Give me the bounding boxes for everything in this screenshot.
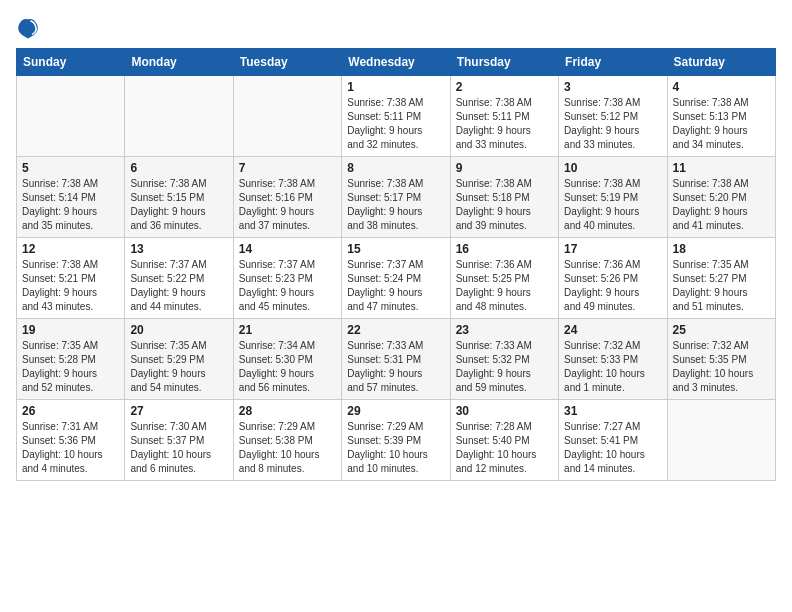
logo-icon [16, 16, 40, 40]
day-info: Sunrise: 7:35 AMSunset: 5:27 PMDaylight:… [673, 258, 770, 314]
day-info: Sunrise: 7:38 AMSunset: 5:21 PMDaylight:… [22, 258, 119, 314]
calendar-cell: 31Sunrise: 7:27 AMSunset: 5:41 PMDayligh… [559, 400, 667, 481]
weekday-header-friday: Friday [559, 49, 667, 76]
day-info: Sunrise: 7:37 AMSunset: 5:24 PMDaylight:… [347, 258, 444, 314]
calendar-cell: 3Sunrise: 7:38 AMSunset: 5:12 PMDaylight… [559, 76, 667, 157]
calendar-cell [233, 76, 341, 157]
page-header [16, 16, 776, 40]
day-number: 10 [564, 161, 661, 175]
day-info: Sunrise: 7:37 AMSunset: 5:22 PMDaylight:… [130, 258, 227, 314]
day-info: Sunrise: 7:38 AMSunset: 5:14 PMDaylight:… [22, 177, 119, 233]
day-number: 19 [22, 323, 119, 337]
calendar-cell: 8Sunrise: 7:38 AMSunset: 5:17 PMDaylight… [342, 157, 450, 238]
calendar-cell: 15Sunrise: 7:37 AMSunset: 5:24 PMDayligh… [342, 238, 450, 319]
day-number: 28 [239, 404, 336, 418]
calendar-table: SundayMondayTuesdayWednesdayThursdayFrid… [16, 48, 776, 481]
calendar-cell: 10Sunrise: 7:38 AMSunset: 5:19 PMDayligh… [559, 157, 667, 238]
day-number: 13 [130, 242, 227, 256]
weekday-header-thursday: Thursday [450, 49, 558, 76]
weekday-header-saturday: Saturday [667, 49, 775, 76]
day-number: 11 [673, 161, 770, 175]
day-number: 16 [456, 242, 553, 256]
day-info: Sunrise: 7:36 AMSunset: 5:26 PMDaylight:… [564, 258, 661, 314]
calendar-cell: 17Sunrise: 7:36 AMSunset: 5:26 PMDayligh… [559, 238, 667, 319]
day-number: 20 [130, 323, 227, 337]
day-info: Sunrise: 7:27 AMSunset: 5:41 PMDaylight:… [564, 420, 661, 476]
day-info: Sunrise: 7:30 AMSunset: 5:37 PMDaylight:… [130, 420, 227, 476]
day-info: Sunrise: 7:33 AMSunset: 5:32 PMDaylight:… [456, 339, 553, 395]
calendar-cell: 19Sunrise: 7:35 AMSunset: 5:28 PMDayligh… [17, 319, 125, 400]
calendar-cell: 28Sunrise: 7:29 AMSunset: 5:38 PMDayligh… [233, 400, 341, 481]
day-info: Sunrise: 7:35 AMSunset: 5:29 PMDaylight:… [130, 339, 227, 395]
day-info: Sunrise: 7:34 AMSunset: 5:30 PMDaylight:… [239, 339, 336, 395]
day-info: Sunrise: 7:28 AMSunset: 5:40 PMDaylight:… [456, 420, 553, 476]
day-info: Sunrise: 7:38 AMSunset: 5:11 PMDaylight:… [347, 96, 444, 152]
day-number: 24 [564, 323, 661, 337]
day-info: Sunrise: 7:37 AMSunset: 5:23 PMDaylight:… [239, 258, 336, 314]
day-info: Sunrise: 7:32 AMSunset: 5:33 PMDaylight:… [564, 339, 661, 395]
calendar-cell: 26Sunrise: 7:31 AMSunset: 5:36 PMDayligh… [17, 400, 125, 481]
day-info: Sunrise: 7:36 AMSunset: 5:25 PMDaylight:… [456, 258, 553, 314]
day-number: 21 [239, 323, 336, 337]
day-number: 14 [239, 242, 336, 256]
calendar-cell: 6Sunrise: 7:38 AMSunset: 5:15 PMDaylight… [125, 157, 233, 238]
calendar-cell: 22Sunrise: 7:33 AMSunset: 5:31 PMDayligh… [342, 319, 450, 400]
calendar-cell: 18Sunrise: 7:35 AMSunset: 5:27 PMDayligh… [667, 238, 775, 319]
day-number: 9 [456, 161, 553, 175]
calendar-week-row: 1Sunrise: 7:38 AMSunset: 5:11 PMDaylight… [17, 76, 776, 157]
day-number: 1 [347, 80, 444, 94]
day-number: 25 [673, 323, 770, 337]
day-number: 3 [564, 80, 661, 94]
day-number: 27 [130, 404, 227, 418]
calendar-week-row: 12Sunrise: 7:38 AMSunset: 5:21 PMDayligh… [17, 238, 776, 319]
day-number: 5 [22, 161, 119, 175]
day-info: Sunrise: 7:38 AMSunset: 5:18 PMDaylight:… [456, 177, 553, 233]
day-number: 17 [564, 242, 661, 256]
day-number: 22 [347, 323, 444, 337]
weekday-header-monday: Monday [125, 49, 233, 76]
calendar-cell: 7Sunrise: 7:38 AMSunset: 5:16 PMDaylight… [233, 157, 341, 238]
day-info: Sunrise: 7:38 AMSunset: 5:17 PMDaylight:… [347, 177, 444, 233]
calendar-cell: 4Sunrise: 7:38 AMSunset: 5:13 PMDaylight… [667, 76, 775, 157]
calendar-cell: 29Sunrise: 7:29 AMSunset: 5:39 PMDayligh… [342, 400, 450, 481]
calendar-week-row: 5Sunrise: 7:38 AMSunset: 5:14 PMDaylight… [17, 157, 776, 238]
weekday-header-wednesday: Wednesday [342, 49, 450, 76]
calendar-cell [125, 76, 233, 157]
day-info: Sunrise: 7:35 AMSunset: 5:28 PMDaylight:… [22, 339, 119, 395]
calendar-cell [667, 400, 775, 481]
day-info: Sunrise: 7:29 AMSunset: 5:38 PMDaylight:… [239, 420, 336, 476]
day-info: Sunrise: 7:29 AMSunset: 5:39 PMDaylight:… [347, 420, 444, 476]
day-info: Sunrise: 7:38 AMSunset: 5:15 PMDaylight:… [130, 177, 227, 233]
calendar-cell [17, 76, 125, 157]
logo [16, 16, 44, 40]
day-number: 31 [564, 404, 661, 418]
calendar-cell: 1Sunrise: 7:38 AMSunset: 5:11 PMDaylight… [342, 76, 450, 157]
calendar-cell: 20Sunrise: 7:35 AMSunset: 5:29 PMDayligh… [125, 319, 233, 400]
day-info: Sunrise: 7:38 AMSunset: 5:20 PMDaylight:… [673, 177, 770, 233]
calendar-cell: 23Sunrise: 7:33 AMSunset: 5:32 PMDayligh… [450, 319, 558, 400]
calendar-week-row: 19Sunrise: 7:35 AMSunset: 5:28 PMDayligh… [17, 319, 776, 400]
day-number: 15 [347, 242, 444, 256]
day-info: Sunrise: 7:38 AMSunset: 5:11 PMDaylight:… [456, 96, 553, 152]
calendar-cell: 21Sunrise: 7:34 AMSunset: 5:30 PMDayligh… [233, 319, 341, 400]
calendar-cell: 25Sunrise: 7:32 AMSunset: 5:35 PMDayligh… [667, 319, 775, 400]
day-number: 7 [239, 161, 336, 175]
weekday-header-tuesday: Tuesday [233, 49, 341, 76]
calendar-cell: 14Sunrise: 7:37 AMSunset: 5:23 PMDayligh… [233, 238, 341, 319]
day-info: Sunrise: 7:31 AMSunset: 5:36 PMDaylight:… [22, 420, 119, 476]
calendar-cell: 2Sunrise: 7:38 AMSunset: 5:11 PMDaylight… [450, 76, 558, 157]
calendar-cell: 5Sunrise: 7:38 AMSunset: 5:14 PMDaylight… [17, 157, 125, 238]
calendar-cell: 13Sunrise: 7:37 AMSunset: 5:22 PMDayligh… [125, 238, 233, 319]
calendar-cell: 16Sunrise: 7:36 AMSunset: 5:25 PMDayligh… [450, 238, 558, 319]
calendar-cell: 30Sunrise: 7:28 AMSunset: 5:40 PMDayligh… [450, 400, 558, 481]
calendar-cell: 9Sunrise: 7:38 AMSunset: 5:18 PMDaylight… [450, 157, 558, 238]
calendar-cell: 11Sunrise: 7:38 AMSunset: 5:20 PMDayligh… [667, 157, 775, 238]
weekday-header-row: SundayMondayTuesdayWednesdayThursdayFrid… [17, 49, 776, 76]
day-info: Sunrise: 7:38 AMSunset: 5:12 PMDaylight:… [564, 96, 661, 152]
day-number: 6 [130, 161, 227, 175]
day-number: 12 [22, 242, 119, 256]
calendar-week-row: 26Sunrise: 7:31 AMSunset: 5:36 PMDayligh… [17, 400, 776, 481]
day-info: Sunrise: 7:38 AMSunset: 5:16 PMDaylight:… [239, 177, 336, 233]
day-number: 23 [456, 323, 553, 337]
day-number: 2 [456, 80, 553, 94]
